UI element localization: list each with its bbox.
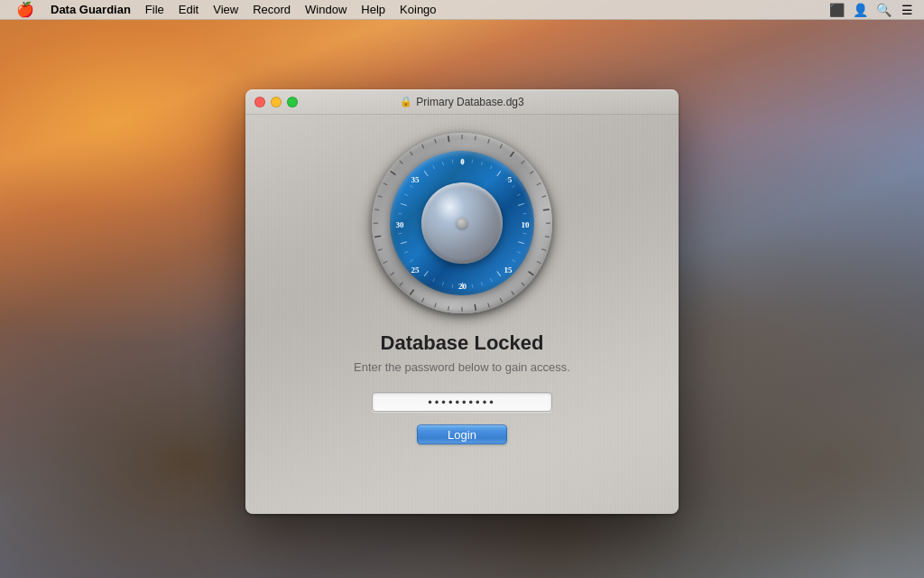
svg-line-51 [490,165,492,169]
menubar: 🍎 Data Guardian File Edit View Record Wi… [0,0,924,20]
svg-text:5: 5 [507,175,512,184]
svg-line-12 [435,303,437,308]
svg-line-1 [545,237,550,238]
svg-line-67 [472,284,473,287]
svg-line-57 [522,213,526,214]
window-title: 🔒 Primary Database.dg3 [400,96,523,108]
svg-line-81 [404,193,408,195]
maximize-button[interactable] [287,97,298,107]
lock-outer-ring: 0 5 10 15 20 25 30 35 [372,133,552,313]
svg-line-31 [476,135,476,140]
menubar-left: 🍎 Data Guardian File Edit View Record Wi… [7,0,444,20]
svg-line-39 [543,210,550,210]
svg-line-82 [410,185,412,187]
svg-line-75 [404,251,408,253]
login-button[interactable]: Login [417,424,507,444]
svg-line-8 [488,303,490,308]
svg-line-64 [496,271,500,276]
titlebar-title-text: Primary Database.dg3 [416,96,523,108]
svg-text:30: 30 [395,220,404,229]
svg-line-3 [537,261,541,263]
svg-line-28 [435,139,437,144]
svg-line-59 [522,233,526,234]
svg-line-71 [432,278,434,282]
svg-line-21 [374,210,379,210]
svg-line-22 [378,196,383,198]
menubar-file[interactable]: File [138,0,171,20]
svg-line-66 [481,282,482,285]
svg-line-29 [448,135,449,142]
user-icon[interactable]: 👤 [850,0,870,20]
svg-line-18 [378,249,383,251]
svg-line-70 [442,282,443,285]
svg-line-17 [383,261,387,263]
svg-line-85 [432,165,434,169]
svg-line-33 [500,144,502,148]
window-content: 0 5 10 15 20 25 30 35 [245,115,679,471]
svg-line-56 [518,203,524,205]
locked-subtitle: Enter the password below to gain access. [354,360,570,374]
svg-line-7 [500,298,502,302]
svg-line-86 [442,162,443,165]
svg-line-55 [517,193,521,195]
svg-text:10: 10 [521,220,530,229]
lock-dial-container: 0 5 10 15 20 25 30 35 [372,133,552,313]
apple-menu[interactable]: 🍎 [7,0,43,20]
minimize-button[interactable] [271,97,282,107]
svg-line-60 [518,241,524,243]
svg-line-54 [512,185,514,187]
svg-line-32 [488,139,490,144]
svg-text:15: 15 [504,266,513,275]
svg-line-37 [537,183,541,185]
svg-line-61 [517,251,521,253]
lock-knob [421,182,503,264]
app-window: 🔒 Primary Database.dg3 [245,89,679,514]
svg-line-13 [422,298,424,302]
menubar-koingo[interactable]: Koingo [393,0,443,20]
display-icon[interactable]: ⬛ [827,0,846,20]
menubar-view[interactable]: View [206,0,245,20]
svg-line-74 [410,259,412,261]
menubar-app-name[interactable]: Data Guardian [43,0,138,20]
menubar-edit[interactable]: Edit [171,0,206,20]
svg-line-77 [398,233,402,234]
svg-line-19 [374,236,381,237]
svg-line-52 [496,171,500,176]
svg-line-62 [512,259,514,261]
svg-line-11 [448,306,449,311]
svg-line-9 [475,304,476,311]
password-input[interactable] [372,392,552,412]
svg-line-65 [490,278,492,282]
svg-line-79 [398,213,402,214]
svg-line-38 [541,196,546,198]
svg-line-49 [472,159,473,163]
svg-line-2 [541,249,546,251]
menubar-right: ⬛ 👤 🔍 ☰ [827,0,917,20]
titlebar-lock-icon: 🔒 [400,96,412,107]
lock-blue-ring: 0 5 10 15 20 25 30 35 [390,151,534,295]
svg-line-50 [481,162,482,165]
svg-line-69 [452,284,453,287]
titlebar: 🔒 Primary Database.dg3 [245,89,679,115]
svg-line-27 [422,144,424,148]
menubar-record[interactable]: Record [245,0,298,20]
svg-line-72 [424,271,428,276]
locked-heading: Database Locked [381,331,544,355]
window-controls [254,97,298,107]
svg-line-87 [452,159,453,163]
menu-icon[interactable]: ☰ [897,0,917,20]
svg-line-23 [383,183,387,185]
svg-line-76 [401,241,407,243]
svg-line-84 [424,171,428,176]
svg-text:25: 25 [411,266,420,275]
close-button[interactable] [254,97,265,107]
menubar-window[interactable]: Window [298,0,354,20]
svg-line-80 [401,203,407,205]
search-icon[interactable]: 🔍 [873,0,893,20]
menubar-help[interactable]: Help [354,0,393,20]
